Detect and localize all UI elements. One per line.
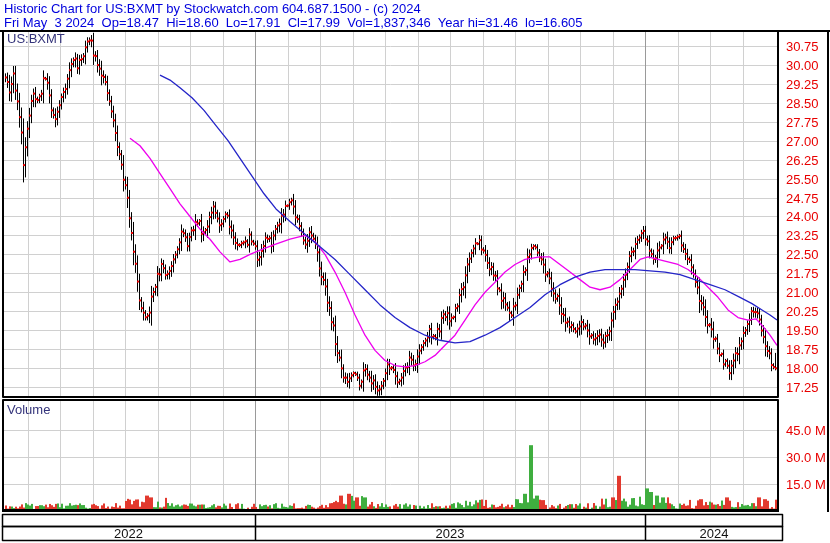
chart-title: Historic Chart for US:BXMT by Stockwatch… (4, 1, 421, 16)
price-tick-label: 25.50 (786, 172, 819, 187)
stockwatch-historic-chart: Historic Chart for US:BXMT by Stockwatch… (0, 0, 830, 543)
price-tick-label: 17.25 (786, 380, 819, 395)
volume-tick-label: 30.0 M (786, 450, 826, 465)
volume-pane-label: Volume (7, 402, 50, 417)
price-tick-label: 21.75 (786, 266, 819, 281)
volume-tick-label: 45.0 M (786, 423, 826, 438)
price-tick-label: 24.00 (786, 209, 819, 224)
price-tick-label: 26.25 (786, 153, 819, 168)
price-tick-label: 28.50 (786, 96, 819, 111)
price-tick-label: 27.75 (786, 115, 819, 130)
price-tick-label: 21.00 (786, 285, 819, 300)
year-label: 2024 (699, 526, 729, 541)
price-tick-label: 29.25 (786, 77, 819, 92)
price-tick-label: 18.00 (786, 361, 819, 376)
price-tick-label: 24.75 (786, 191, 819, 206)
price-tick-label: 30.00 (786, 58, 819, 73)
year-label: 2022 (114, 526, 144, 541)
price-tick-label: 22.50 (786, 247, 819, 262)
volume-tick-label: 15.0 M (786, 477, 826, 492)
quote-summary-line: Fri May 3 2024 Op=18.47 Hi=18.60 Lo=17.9… (4, 15, 583, 30)
price-tick-label: 19.50 (786, 323, 819, 338)
price-tick-label: 30.75 (786, 39, 819, 54)
price-tick-label: 23.25 (786, 228, 819, 243)
price-tick-label: 27.00 (786, 134, 819, 149)
price-tick-label: 18.75 (786, 342, 819, 357)
chart-canvas (0, 0, 830, 543)
year-label: 2023 (435, 526, 465, 541)
symbol-label: US:BXMT (7, 31, 65, 46)
price-tick-label: 20.25 (786, 304, 819, 319)
